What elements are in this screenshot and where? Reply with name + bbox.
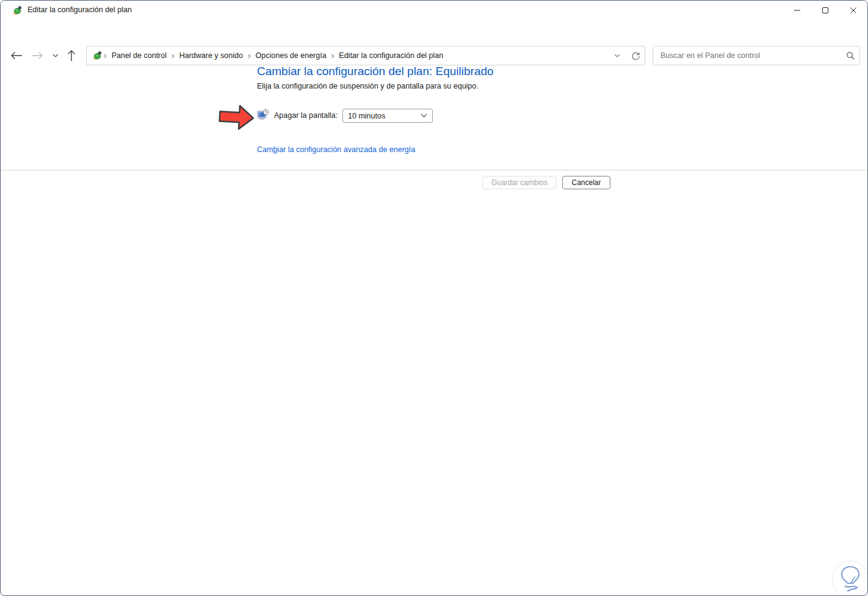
search-box bbox=[653, 46, 860, 65]
power-plan-icon bbox=[13, 5, 23, 15]
back-button[interactable] bbox=[9, 48, 24, 63]
close-icon bbox=[850, 7, 857, 14]
content-divider bbox=[1, 170, 867, 170]
power-plan-icon bbox=[93, 51, 103, 60]
red-pointer-arrow bbox=[217, 101, 256, 133]
chevron-down-icon bbox=[52, 54, 59, 57]
screen-timeout-label: Apagar la pantalla: bbox=[274, 111, 338, 120]
breadcrumb-separator[interactable]: › bbox=[170, 51, 176, 60]
link-text-pre: Cam bbox=[257, 145, 273, 154]
lightbulb-watermark bbox=[832, 561, 868, 596]
window-title: Editar la configuración del plan bbox=[27, 5, 132, 14]
maximize-icon bbox=[822, 7, 829, 14]
chevron-down-icon bbox=[614, 54, 620, 57]
breadcrumb-item-opciones-de-energia[interactable]: Opciones de energía bbox=[252, 51, 330, 60]
cancel-button[interactable]: Cancelar bbox=[562, 176, 610, 189]
link-text-post: iar la configuración avanzada de energía bbox=[277, 145, 415, 154]
recent-locations-button[interactable] bbox=[48, 48, 63, 63]
up-button[interactable] bbox=[64, 48, 79, 63]
refresh-button[interactable] bbox=[626, 47, 645, 64]
search-input[interactable] bbox=[653, 51, 841, 60]
breadcrumb-item-editar-configuracion[interactable]: Editar la configuración del plan bbox=[335, 51, 447, 60]
lightbulb-icon bbox=[837, 564, 864, 594]
breadcrumb-separator[interactable]: › bbox=[330, 51, 336, 60]
advanced-power-settings-link[interactable]: Cambiar la configuración avanzada de ene… bbox=[257, 145, 415, 154]
address-bar[interactable]: › Panel de control › Hardware y sonido ›… bbox=[86, 46, 645, 65]
display-clock-icon bbox=[257, 109, 269, 121]
chevron-down-icon bbox=[421, 114, 432, 118]
arrow-right-icon bbox=[31, 51, 43, 60]
save-changes-button[interactable]: Guardar cambios bbox=[482, 176, 557, 189]
control-panel-window: Editar la configuración del plan bbox=[0, 0, 868, 596]
page-title: Cambiar la configuración del plan: Equil… bbox=[257, 65, 494, 78]
minimize-button[interactable] bbox=[783, 1, 811, 20]
breadcrumb-separator[interactable]: › bbox=[247, 51, 252, 60]
arrow-left-icon bbox=[10, 51, 23, 60]
screen-timeout-select[interactable]: 10 minutos bbox=[342, 109, 433, 123]
arrow-up-icon bbox=[67, 49, 76, 62]
refresh-icon bbox=[631, 51, 640, 60]
magnifier-icon[interactable] bbox=[841, 51, 859, 60]
window-controls bbox=[783, 1, 867, 20]
close-button[interactable] bbox=[839, 1, 867, 20]
breadcrumb-separator[interactable]: › bbox=[103, 51, 108, 60]
maximize-button[interactable] bbox=[811, 1, 839, 20]
address-dropdown-button[interactable] bbox=[608, 47, 626, 64]
page-subtitle: Elija la configuración de suspensión y d… bbox=[257, 82, 479, 90]
title-bar: Editar la configuración del plan bbox=[1, 1, 867, 20]
breadcrumb-item-hardware-y-sonido[interactable]: Hardware y sonido bbox=[176, 51, 247, 60]
minimize-icon bbox=[794, 7, 801, 14]
forward-button[interactable] bbox=[30, 48, 45, 63]
navigation-bar: › Panel de control › Hardware y sonido ›… bbox=[1, 20, 867, 47]
breadcrumb-item-panel-de-control[interactable]: Panel de control bbox=[108, 51, 170, 60]
screen-timeout-value: 10 minutos bbox=[343, 112, 421, 120]
